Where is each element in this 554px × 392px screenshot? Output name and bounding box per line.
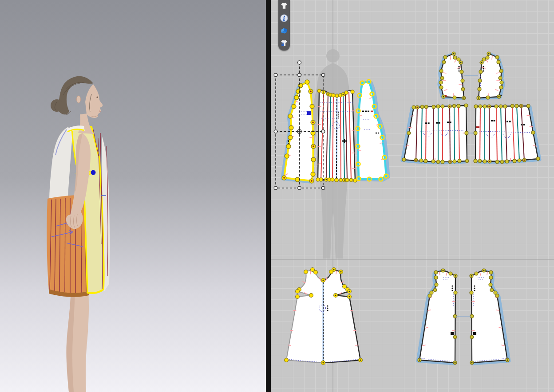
garment-skirt-orange[interactable] (47, 195, 89, 297)
selected-internal-point[interactable] (307, 111, 311, 115)
show-garment-button[interactable] (279, 1, 289, 11)
garment-design-workspace (0, 0, 554, 392)
freeze-garment-icon (280, 39, 289, 47)
avatar-legs (66, 288, 89, 392)
show-fabric-button[interactable] (279, 26, 289, 35)
show-garment-icon (280, 1, 289, 10)
pattern-information-icon (280, 14, 289, 23)
3d-avatar-viewport[interactable] (0, 0, 266, 392)
pattern-piece-back-bodice-right[interactable] (477, 52, 503, 100)
pattern-information-button[interactable] (279, 13, 289, 23)
pattern-piece-back-panel-left[interactable] (418, 269, 457, 365)
pattern-piece-front-side-mirrored[interactable] (356, 80, 389, 181)
pattern-piece-back-bodice-left[interactable] (439, 52, 466, 100)
pattern-piece-skirt-left[interactable] (402, 104, 469, 164)
pattern-piece-skirt-right[interactable] (474, 104, 540, 164)
3d-avatar-render (0, 0, 266, 392)
avatar-hair-bun (51, 99, 63, 112)
viewport-splitter[interactable] (266, 0, 271, 392)
pattern-piece-front-center-pleated[interactable] (316, 89, 357, 182)
pattern-piece-back-panel-right[interactable] (470, 269, 509, 365)
2d-pattern-viewport[interactable] (271, 0, 554, 392)
2d-window-toolbar (278, 0, 290, 51)
show-fabric-icon (280, 26, 289, 35)
rotate-handle[interactable] (298, 61, 301, 64)
avatar-head (51, 76, 103, 134)
freeze-garment-button[interactable] (279, 38, 289, 48)
avatar-eye (96, 96, 98, 98)
selected-point-blue-dot[interactable] (91, 170, 96, 175)
pattern-piece-dress-front-on-fold[interactable] (285, 268, 363, 365)
